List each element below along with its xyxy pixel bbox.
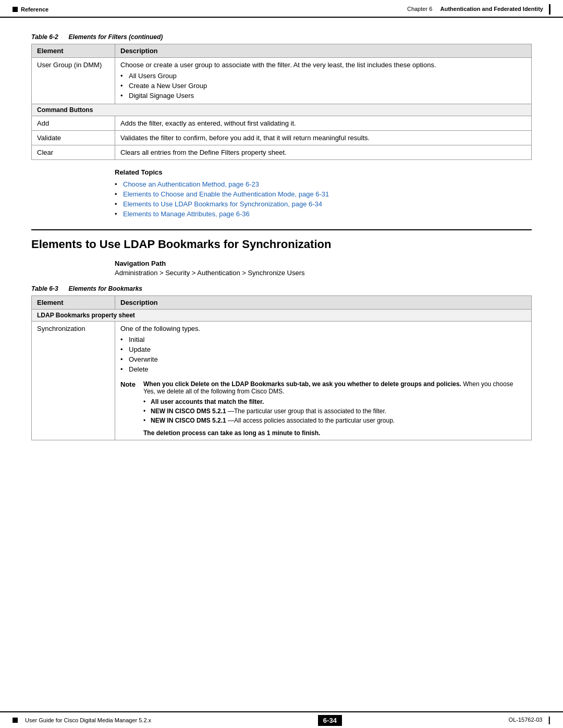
related-topics-title: Related Topics [115, 168, 532, 176]
footer-square-icon [13, 718, 18, 723]
header-left: Reference [13, 6, 48, 13]
note-label: Note [120, 380, 139, 437]
list-item: NEW IN CISCO DMS 5.2.1 —The particular u… [143, 406, 526, 416]
table2-title: Elements for Filters (continued) [69, 33, 163, 41]
footer-left: User Guide for Cisco Digital Media Manag… [13, 717, 151, 723]
related-topic-link-4[interactable]: Elements to Manage Attributes, page 6-36 [123, 210, 250, 218]
table3-col-description: Description [115, 296, 532, 310]
note-text: When you click Delete on the LDAP Bookma… [143, 380, 526, 437]
footer-doc-number: OL-15762-03 [509, 717, 543, 723]
list-item: Elements to Choose and Enable the Authen… [115, 189, 532, 199]
note-intro: When you click Delete on the LDAP Bookma… [143, 380, 436, 388]
list-item: All Users Group [120, 71, 526, 81]
cell-element-validate: Validate [32, 131, 115, 145]
table2-header-row: Element Description [32, 44, 532, 58]
note-bullets-list: All user accounts that match the filter.… [143, 395, 526, 425]
cell-element-clear: Clear [32, 145, 115, 160]
note-container: Note When you click Delete on the LDAP B… [120, 380, 526, 437]
footer-page-number: 6-34 [318, 715, 342, 726]
usergroup-bullets: All Users Group Create a New User Group … [120, 69, 526, 101]
list-item: Overwrite [120, 354, 526, 364]
nav-path-section: Navigation Path Administration > Securit… [115, 260, 532, 277]
table-row: Synchronization One of the following typ… [32, 322, 532, 440]
header-chapter: Chapter 6 [407, 6, 432, 12]
usergroup-desc-text: Choose or create a user group to associa… [120, 61, 436, 69]
header-title: Authentication and Federated Identity [440, 6, 543, 12]
list-item: Update [120, 344, 526, 354]
list-item: Delete [120, 364, 526, 374]
cell-desc-validate: Validates the filter to confirm, before … [115, 131, 532, 145]
related-topic-link-3[interactable]: Elements to Use LDAP Bookmarks for Synch… [123, 200, 322, 208]
table3-num: Table 6-3 [31, 285, 58, 292]
subheader-cell: Command Buttons [32, 104, 532, 116]
cell-element-sync: Synchronization [32, 322, 115, 440]
section-heading: Elements to Use LDAP Bookmarks for Synch… [31, 229, 532, 251]
list-item: Choose an Authentication Method, page 6-… [115, 179, 532, 189]
page-footer: User Guide for Cisco Digital Media Manag… [0, 711, 563, 728]
table2-caption: Table 6-2 Elements for Filters (continue… [31, 33, 532, 41]
cell-desc-add: Adds the filter, exactly as entered, wit… [115, 116, 532, 131]
table2-num: Table 6-2 [31, 33, 58, 41]
list-item: Elements to Manage Attributes, page 6-36 [115, 209, 532, 219]
table-row: Validate Validates the filter to confirm… [32, 131, 532, 145]
list-item: All user accounts that match the filter. [143, 397, 526, 406]
cell-element-usergroup: User Group (in DMM) [32, 58, 115, 104]
header-square-icon [13, 7, 18, 12]
cell-desc-clear: Clears all entries from the Define Filte… [115, 145, 532, 160]
page-header: Reference Chapter 6 Authentication and F… [0, 0, 563, 18]
list-item: Create a New User Group [120, 81, 526, 91]
footer-guide: User Guide for Cisco Digital Media Manag… [25, 717, 151, 723]
cell-element-add: Add [32, 116, 115, 131]
list-item: Digital Signage Users [120, 91, 526, 101]
table2: Element Description User Group (in DMM) … [31, 44, 532, 160]
main-content: Table 6-2 Elements for Filters (continue… [0, 18, 563, 459]
footer-bar-icon: | [548, 715, 550, 724]
header-right: Chapter 6 Authentication and Federated I… [407, 4, 550, 15]
table-row: Add Adds the filter, exactly as entered,… [32, 116, 532, 131]
table2-col-element: Element [32, 44, 115, 58]
sync-desc-text: One of the following types. [120, 325, 200, 332]
header-bar [549, 4, 550, 15]
command-buttons-subheader: Command Buttons [32, 104, 532, 116]
cell-desc-sync: One of the following types. Initial Upda… [115, 322, 532, 440]
table3-caption: Table 6-3 Elements for Bookmarks [31, 285, 532, 292]
table3-col-element: Element [32, 296, 115, 310]
deletion-note: The deletion process can take as long as… [143, 429, 526, 437]
related-topics-list: Choose an Authentication Method, page 6-… [115, 179, 532, 219]
table2-col-description: Description [115, 44, 532, 58]
footer-page-num-container: 6-34 [318, 717, 342, 724]
table-row: Clear Clears all entries from the Define… [32, 145, 532, 160]
list-item: Elements to Use LDAP Bookmarks for Synch… [115, 199, 532, 209]
table3: Element Description LDAP Bookmarks prope… [31, 295, 532, 440]
subheader-ldap-cell: LDAP Bookmarks property sheet [32, 310, 532, 322]
sync-bullets: Initial Update Overwrite Delete [120, 332, 526, 374]
cell-desc-usergroup: Choose or create a user group to associa… [115, 58, 532, 104]
ldap-bookmarks-subheader: LDAP Bookmarks property sheet [32, 310, 532, 322]
list-item: Initial [120, 335, 526, 344]
header-reference-label: Reference [21, 6, 48, 13]
related-topic-link-2[interactable]: Elements to Choose and Enable the Authen… [123, 190, 329, 198]
list-item: NEW IN CISCO DMS 5.2.1 —All access polic… [143, 416, 526, 425]
footer-right: OL-15762-03 | [509, 715, 550, 725]
table-row: User Group (in DMM) Choose or create a u… [32, 58, 532, 104]
table3-header-row: Element Description [32, 296, 532, 310]
table3-title: Elements for Bookmarks [69, 285, 142, 292]
related-topic-link-1[interactable]: Choose an Authentication Method, page 6-… [123, 180, 259, 188]
related-topics-section: Related Topics Choose an Authentication … [115, 168, 532, 219]
nav-path-title: Navigation Path [115, 260, 532, 267]
nav-path-text: Administration > Security > Authenticati… [115, 269, 532, 277]
